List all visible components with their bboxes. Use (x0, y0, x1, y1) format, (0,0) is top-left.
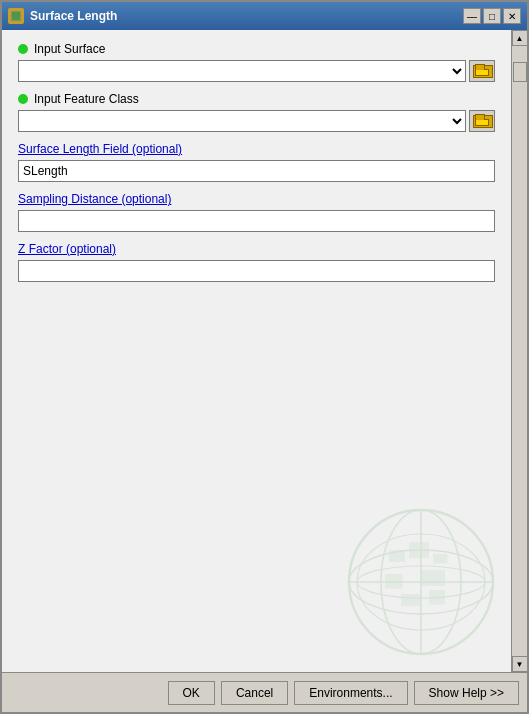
svg-rect-14 (401, 594, 421, 606)
title-bar-left: Surface Length (8, 8, 117, 24)
z-factor-row: Z Factor (optional) (18, 242, 495, 282)
input-feature-class-dropdown[interactable] (18, 110, 466, 132)
input-surface-folder-button[interactable] (469, 60, 495, 82)
main-window: Surface Length — □ ✕ Input Surface (0, 0, 529, 714)
svg-rect-10 (409, 542, 429, 558)
surface-length-field-row: Surface Length Field (optional) (18, 142, 495, 182)
folder-icon-feature (473, 114, 491, 128)
input-feature-class-label: Input Feature Class (34, 92, 139, 106)
sampling-distance-label-row: Sampling Distance (optional) (18, 192, 495, 206)
input-surface-row: Input Surface (18, 42, 495, 82)
input-surface-dropdown[interactable] (18, 60, 466, 82)
globe-watermark (341, 502, 501, 662)
input-feature-class-label-row: Input Feature Class (18, 92, 495, 106)
folder-icon-surface (473, 64, 491, 78)
surface-length-field-label-row: Surface Length Field (optional) (18, 142, 495, 156)
sampling-distance-row: Sampling Distance (optional) (18, 192, 495, 232)
ok-button[interactable]: OK (168, 681, 215, 705)
surface-length-field-label[interactable]: Surface Length Field (optional) (18, 142, 182, 156)
surface-length-field-input[interactable] (18, 160, 495, 182)
minimize-button[interactable]: — (463, 8, 481, 24)
environments-button[interactable]: Environments... (294, 681, 407, 705)
close-button[interactable]: ✕ (503, 8, 521, 24)
input-surface-label: Input Surface (34, 42, 105, 56)
input-feature-class-controls (18, 110, 495, 132)
input-feature-class-select-wrapper (18, 110, 466, 132)
title-bar: Surface Length — □ ✕ (2, 2, 527, 30)
title-controls: — □ ✕ (463, 8, 521, 24)
scroll-down-button[interactable]: ▼ (512, 656, 528, 672)
maximize-button[interactable]: □ (483, 8, 501, 24)
main-area: Input Surface (2, 30, 527, 672)
svg-rect-9 (389, 550, 405, 562)
z-factor-label-row: Z Factor (optional) (18, 242, 495, 256)
input-surface-select-wrapper (18, 60, 466, 82)
z-factor-label[interactable]: Z Factor (optional) (18, 242, 116, 256)
svg-rect-15 (429, 590, 445, 604)
svg-rect-12 (385, 574, 403, 588)
svg-rect-13 (421, 570, 445, 586)
app-icon (8, 8, 24, 24)
window-title: Surface Length (30, 9, 117, 23)
footer: OK Cancel Environments... Show Help >> (2, 672, 527, 712)
sampling-distance-label[interactable]: Sampling Distance (optional) (18, 192, 171, 206)
required-dot-surface (18, 44, 28, 54)
svg-rect-1 (12, 12, 20, 20)
cancel-button[interactable]: Cancel (221, 681, 288, 705)
input-feature-class-folder-button[interactable] (469, 110, 495, 132)
required-dot-feature (18, 94, 28, 104)
input-surface-label-row: Input Surface (18, 42, 495, 56)
input-surface-controls (18, 60, 495, 82)
z-factor-input[interactable] (18, 260, 495, 282)
input-feature-class-row: Input Feature Class (18, 92, 495, 132)
svg-rect-11 (433, 554, 447, 564)
scroll-thumb[interactable] (513, 62, 527, 82)
content-panel: Input Surface (2, 30, 511, 672)
vertical-scrollbar: ▲ ▼ (511, 30, 527, 672)
show-help-button[interactable]: Show Help >> (414, 681, 519, 705)
scroll-up-button[interactable]: ▲ (512, 30, 528, 46)
sampling-distance-input[interactable] (18, 210, 495, 232)
